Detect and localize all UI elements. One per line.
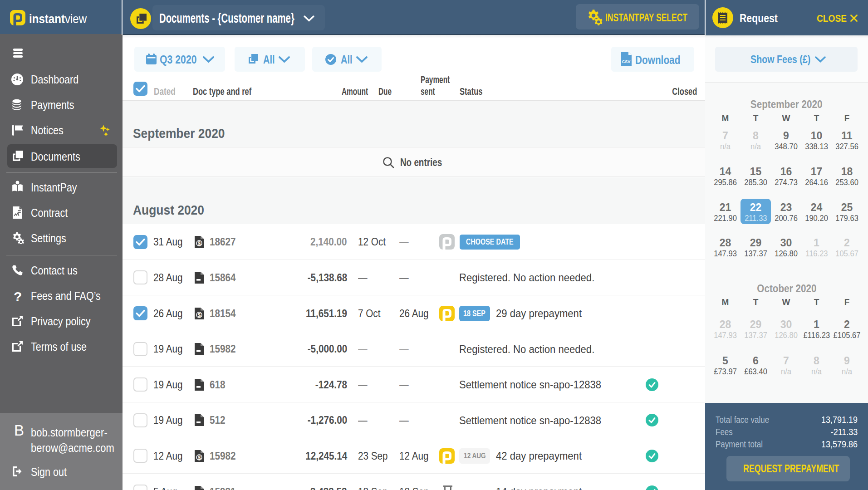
svg-text:CSV: CSV [622, 59, 631, 64]
svg-text:$: $ [198, 312, 201, 318]
svg-text:$: $ [198, 240, 201, 247]
svg-text:$: $ [198, 454, 201, 461]
